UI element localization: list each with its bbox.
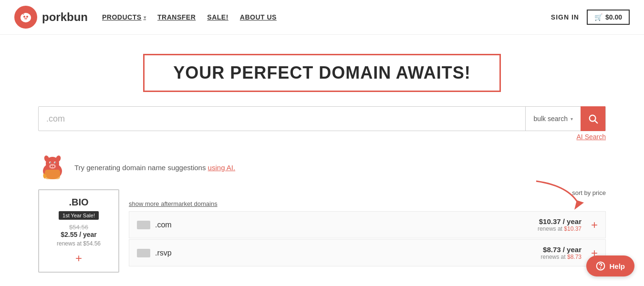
bio-add-button[interactable]: + xyxy=(46,252,112,265)
nav-sale[interactable]: SALE! xyxy=(207,13,229,21)
domain-name: .rsvp xyxy=(155,249,172,257)
table-row: .com $10.37 / year renews at $10.37 + xyxy=(129,211,606,238)
bio-new-price: $2.55 / year xyxy=(46,231,112,238)
bio-card: .BIO 1st Year Sale! $54.56 $2.55 / year … xyxy=(38,189,119,273)
svg-point-4 xyxy=(25,18,25,19)
hero-title: YOUR PERFECT DOMAIN AWAITS! xyxy=(173,63,471,83)
search-button[interactable] xyxy=(581,106,605,131)
logo-text: porkbun xyxy=(42,10,88,24)
hero-title-box: YOUR PERFECT DOMAIN AWAITS! xyxy=(143,54,501,92)
domain-name: .com xyxy=(155,221,172,229)
hero-section: YOUR PERFECT DOMAIN AWAITS! xyxy=(0,35,644,106)
domain-name-area: .com xyxy=(137,221,538,229)
ai-search-link[interactable]: AI Search xyxy=(38,133,606,141)
domain-renew: renews at $8.73 xyxy=(541,254,582,260)
svg-point-12 xyxy=(53,166,54,167)
svg-point-22 xyxy=(601,268,601,268)
ai-using-link[interactable]: using AI. xyxy=(208,163,236,172)
search-bar: bulk search ▾ xyxy=(38,106,606,131)
svg-point-1 xyxy=(23,16,25,18)
nav-transfer[interactable]: TRANSFER xyxy=(157,13,196,21)
svg-line-7 xyxy=(595,121,597,123)
nav-products[interactable]: PRODUCTS ▾ xyxy=(102,13,146,21)
domain-add-button[interactable]: + xyxy=(591,218,598,232)
domain-price: $10.37 / year xyxy=(538,217,582,225)
cart-amount: $0.00 xyxy=(605,13,622,21)
domain-list: sort by price show more aftermarket doma… xyxy=(129,189,606,273)
logo-area[interactable]: porkbun xyxy=(14,6,88,29)
cart-button[interactable]: 🛒 $0.00 xyxy=(587,10,630,25)
bio-renew: renews at $54.56 xyxy=(46,240,112,247)
cart-icon: 🛒 xyxy=(594,13,602,21)
svg-point-11 xyxy=(51,166,52,167)
svg-point-10 xyxy=(49,164,56,169)
svg-point-5 xyxy=(26,18,27,19)
domain-renew-price: $8.73 xyxy=(567,254,582,260)
svg-point-15 xyxy=(50,163,51,163)
svg-point-2 xyxy=(26,16,28,18)
products-chevron-icon: ▾ xyxy=(144,15,146,20)
domain-price: $8.73 / year xyxy=(541,245,582,254)
bulk-search-chevron-icon: ▾ xyxy=(571,116,573,122)
svg-rect-19 xyxy=(45,170,60,179)
domain-thumbnail xyxy=(137,221,150,229)
table-row: .rsvp $8.73 / year renews at $8.73 + xyxy=(129,239,606,266)
domain-name-area: .rsvp xyxy=(137,249,541,257)
domain-price-area: $10.37 / year renews at $10.37 xyxy=(538,217,582,232)
domain-renew-price: $10.37 xyxy=(564,225,582,232)
nav-links: PRODUCTS ▾ TRANSFER SALE! ABOUT US xyxy=(102,13,551,21)
help-button[interactable]: Help xyxy=(586,255,634,276)
bulk-search-label: bulk search xyxy=(533,115,568,123)
navigation: porkbun PRODUCTS ▾ TRANSFER SALE! ABOUT … xyxy=(0,0,644,35)
ai-suggest-text: Try generating domain name suggestions u… xyxy=(74,163,235,172)
domain-renew: renews at $10.37 xyxy=(538,225,582,232)
help-icon xyxy=(596,261,605,271)
bio-old-price: $54.56 xyxy=(46,224,112,231)
bio-sale-badge: 1st Year Sale! xyxy=(59,211,99,220)
mascot-icon xyxy=(38,153,67,182)
logo-icon xyxy=(14,6,37,29)
nav-right: SIGN IN 🛒 $0.00 xyxy=(551,10,630,25)
domain-thumbnail xyxy=(137,249,150,257)
help-label: Help xyxy=(609,262,625,270)
search-input[interactable] xyxy=(39,114,525,124)
search-area: bulk search ▾ AI Search xyxy=(0,106,644,145)
sign-in-link[interactable]: SIGN IN xyxy=(551,13,579,21)
bulk-search-button[interactable]: bulk search ▾ xyxy=(525,107,581,131)
sort-arrow-icon xyxy=(531,176,589,214)
svg-point-16 xyxy=(55,163,56,163)
domain-price-area: $8.73 / year renews at $8.73 xyxy=(541,245,582,260)
svg-marker-20 xyxy=(574,200,584,210)
nav-about[interactable]: ABOUT US xyxy=(240,13,277,21)
bio-tld: .BIO xyxy=(46,197,112,208)
results-area: .BIO 1st Year Sale! $54.56 $2.55 / year … xyxy=(0,189,644,273)
